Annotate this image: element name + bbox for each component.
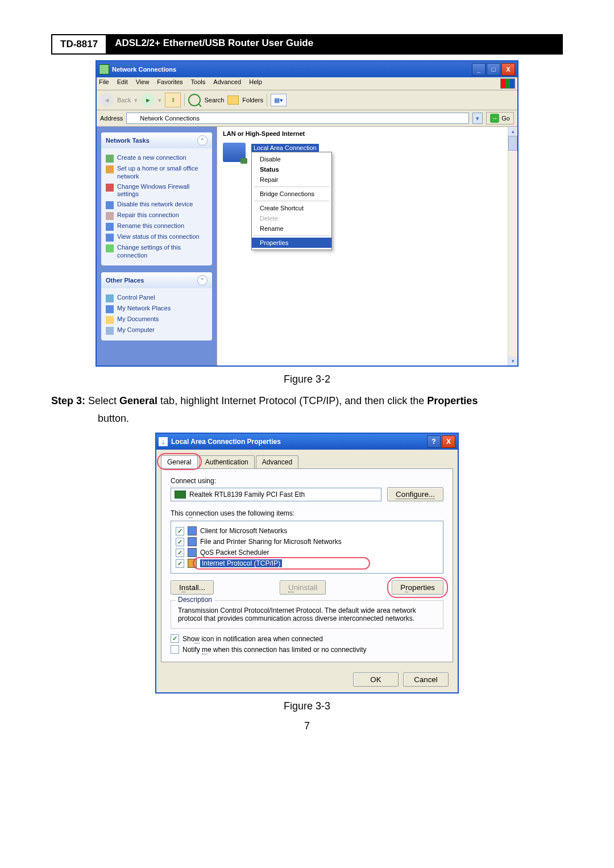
scroll-up-icon[interactable]: ▴ [508, 127, 517, 136]
menu-tools[interactable]: Tools [191, 78, 206, 89]
scroll-down-icon[interactable]: ▾ [508, 356, 517, 366]
item-client[interactable]: ✓Client for Microsoft Networks [176, 526, 438, 535]
ctx-delete: Delete [252, 213, 331, 223]
figure-caption-1: Figure 3-2 [51, 373, 563, 385]
checkbox-icon[interactable]: ✓ [176, 538, 184, 546]
ctx-repair[interactable]: Repair [252, 175, 331, 185]
adapter-box: Realtek RTL8139 Family PCI Fast Eth [171, 488, 381, 501]
sidebar: Network Tasks⌃ Create a new connection S… [97, 127, 217, 366]
task-setup-network[interactable]: Set up a home or small office network [106, 165, 208, 181]
address-bar: Address Network Connections ▾ →Go [97, 110, 517, 127]
doc-model: TD-8817 [51, 34, 107, 53]
ctx-shortcut[interactable]: Create Shortcut [252, 203, 331, 213]
forward-button[interactable]: ► [141, 93, 155, 107]
back-button[interactable]: ◄ [100, 93, 114, 107]
tab-general[interactable]: General [161, 455, 198, 468]
notify-row[interactable]: Notify me when this connection has limit… [171, 645, 443, 654]
connect-using-label: Connect using: [171, 477, 443, 485]
show-icon-row[interactable]: ✓Show icon in notification area when con… [171, 634, 443, 643]
checkbox-icon[interactable]: ✓ [176, 527, 184, 535]
ok-button[interactable]: OK [353, 672, 399, 687]
help-button[interactable]: ? [427, 435, 441, 448]
tab-authentication[interactable]: Authentication [199, 455, 255, 468]
task-settings[interactable]: Change settings of this connection [106, 244, 208, 260]
scroll-thumb[interactable] [508, 136, 517, 151]
task-disable[interactable]: Disable this network device [106, 201, 208, 209]
window-icon [99, 64, 109, 74]
items-listbox[interactable]: ✓Client for Microsoft Networks ✓File and… [171, 521, 443, 574]
task-repair[interactable]: Repair this connection [106, 211, 208, 220]
description-text: Transmission Control Protocol/Internet P… [178, 607, 436, 622]
minimize-button[interactable]: _ [472, 63, 486, 76]
install-button[interactable]: Install... [171, 580, 214, 595]
cancel-button[interactable]: Cancel [403, 672, 449, 687]
network-tasks-panel: Network Tasks⌃ Create a new connection S… [101, 132, 212, 265]
description-title: Description [176, 596, 214, 604]
ctx-rename[interactable]: Rename [252, 223, 331, 234]
go-button[interactable]: →Go [486, 112, 514, 124]
checkbox-icon[interactable] [171, 645, 179, 654]
task-create-connection[interactable]: Create a new connection [106, 154, 208, 163]
context-menu: Disable Status Repair Bridge Connections… [251, 152, 332, 250]
service-icon [188, 548, 197, 557]
menu-favorites[interactable]: Favorites [157, 78, 182, 89]
dialog-button-row: OK Cancel [156, 667, 458, 692]
lan-connection-icon[interactable] [223, 143, 246, 162]
category-label: LAN or High-Speed Internet [217, 127, 517, 140]
item-fileprint[interactable]: ✓File and Printer Sharing for Microsoft … [176, 537, 438, 546]
back-label: Back [117, 97, 131, 103]
page-number: 7 [51, 720, 563, 732]
task-firewall[interactable]: Change Windows Firewall settings [106, 183, 208, 199]
uninstall-button: Uninstall [280, 580, 326, 595]
folders-label[interactable]: Folders [242, 97, 263, 103]
checkbox-icon[interactable]: ✓ [176, 549, 184, 557]
views-button[interactable]: ▦▾ [271, 94, 287, 106]
description-group: Description Transmission Control Protoco… [171, 600, 443, 629]
close-button[interactable]: X [501, 63, 515, 76]
checkbox-icon[interactable]: ✓ [171, 634, 179, 643]
network-connections-window: Network Connections _ □ X File Edit View… [96, 60, 518, 367]
place-control-panel[interactable]: Control Panel [106, 294, 208, 302]
place-documents[interactable]: My Documents [106, 315, 208, 324]
chevron-up-icon: ⌃ [197, 135, 208, 146]
place-network[interactable]: My Network Places [106, 305, 208, 313]
menu-file[interactable]: File [99, 78, 109, 89]
maximize-button[interactable]: □ [487, 63, 500, 76]
address-dropdown[interactable]: ▾ [472, 113, 483, 124]
task-status[interactable]: View status of this connection [106, 233, 208, 242]
up-button[interactable]: ⬆ [165, 93, 181, 107]
configure-button[interactable]: Configure... [387, 487, 443, 501]
menu-advanced[interactable]: Advanced [213, 78, 241, 89]
ctx-properties[interactable]: Properties [252, 238, 331, 248]
windows-flag-icon [500, 78, 515, 89]
chevron-up-icon: ⌃ [197, 275, 208, 285]
menu-view[interactable]: View [136, 78, 150, 89]
ctx-disable[interactable]: Disable [252, 154, 331, 164]
ctx-bridge[interactable]: Bridge Connections [252, 189, 331, 199]
address-box[interactable]: Network Connections [126, 113, 469, 124]
network-tasks-header[interactable]: Network Tasks⌃ [101, 132, 212, 148]
other-places-header[interactable]: Other Places⌃ [101, 272, 212, 288]
doc-header: TD-8817 ADSL2/2+ Ethernet/USB Router Use… [51, 34, 563, 55]
task-rename[interactable]: Rename this connection [106, 222, 208, 231]
properties-button[interactable]: Properties [392, 580, 443, 595]
tab-bar: General Authentication Advanced [156, 450, 458, 468]
item-qos[interactable]: ✓QoS Packet Scheduler [176, 548, 438, 557]
other-places-panel: Other Places⌃ Control Panel My Network P… [101, 272, 212, 340]
dialog-close-button[interactable]: X [442, 435, 455, 448]
doc-title: ADSL2/2+ Ethernet/USB Router User Guide [107, 34, 563, 53]
lan-connection-label[interactable]: Local Area Connection [251, 144, 319, 152]
menu-help[interactable]: Help [249, 78, 262, 89]
search-label[interactable]: Search [204, 97, 224, 103]
main-pane: LAN or High-Speed Internet Local Area Co… [217, 127, 517, 366]
menu-edit[interactable]: Edit [117, 78, 128, 89]
client-icon [188, 526, 197, 535]
search-icon [188, 94, 201, 106]
ctx-status[interactable]: Status [252, 164, 331, 175]
item-tcpip[interactable]: ✓Internet Protocol (TCP/IP) [176, 559, 438, 568]
checkbox-icon[interactable]: ✓ [176, 559, 184, 568]
tab-advanced[interactable]: Advanced [256, 455, 298, 468]
place-computer[interactable]: My Computer [106, 326, 208, 335]
scrollbar[interactable]: ▴ ▾ [508, 127, 517, 366]
window-title: Network Connections [112, 66, 176, 73]
